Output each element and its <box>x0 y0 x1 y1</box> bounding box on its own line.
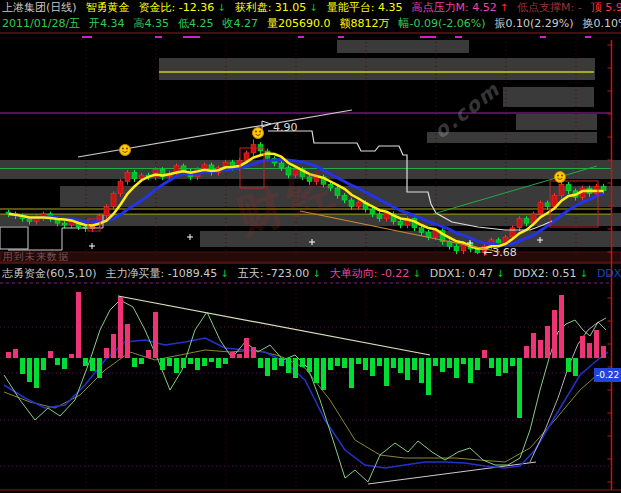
main-net-buy: 主力净买量: -1089.45 <box>106 267 218 280</box>
volume: 量205690.0 <box>267 17 331 30</box>
mask-blocks <box>0 40 621 247</box>
amount: 额8812万 <box>340 17 390 30</box>
trend-arrow-down: ↓ <box>412 268 420 279</box>
trend-arrow-down: ↓ <box>220 268 228 279</box>
low-price-label: ←3.68 <box>483 246 517 259</box>
five-day: 五天: -723.00 <box>238 267 310 280</box>
vertical-gridlines <box>86 42 576 488</box>
fund-flow-bars <box>6 292 606 418</box>
profit-ratio: 获利盘: 31.05 <box>235 1 307 14</box>
indicator-name: 智勇黄金 <box>86 1 130 14</box>
peak-price-label: 4.90 <box>273 121 298 134</box>
axis-value-badge: -0.22 <box>594 368 621 382</box>
volume-platform: 量能平台: 4.35 <box>327 1 403 14</box>
right-axis <box>608 40 612 490</box>
date: 2011/01/28/五 <box>2 17 80 30</box>
amplitude: 振0.10(2.29%) <box>495 17 574 30</box>
ddx2: DDX2: 0.51 <box>513 267 576 280</box>
ddx3: DDX3: 0.28 <box>597 267 621 280</box>
close: 收4.27 <box>223 17 259 30</box>
turnover: 换0.10% <box>583 17 621 30</box>
trend-arrow-down: ↓ <box>496 268 504 279</box>
sub-indicator-header: 志勇资金(60,5,10)主力净买量: -1089.45↓五天: -723.00… <box>2 266 621 281</box>
low-support: 低点支撑M: - <box>517 1 582 14</box>
maroon-band <box>0 252 621 262</box>
fund-ratio: 资金比: -12.36 <box>139 1 215 14</box>
header-row-1: 上港集团(日线)智勇黄金资金比: -12.36↓获利盘: 31.05↓量能平台:… <box>2 0 621 15</box>
big-order-trend: 大单动向: -0.22 <box>330 267 410 280</box>
trend-arrow-up: ↑ <box>500 2 508 13</box>
trend-arrow-down: ↓ <box>312 268 320 279</box>
header-row-2: 2011/01/28/五开4.34高4.35低4.25收4.27量205690.… <box>2 16 621 31</box>
trading-terminal: { "colors": { "gray":"#c8c8c8","yellow":… <box>0 0 621 493</box>
trend-arrow-down: ↓ <box>217 2 225 13</box>
high: 高4.35 <box>134 17 170 30</box>
open: 开4.34 <box>89 17 125 30</box>
peak-flag-icon <box>262 121 271 131</box>
top-price: 顶 5.90 <box>591 1 621 14</box>
high-pressure: 高点压力M: 4.52 <box>411 1 496 14</box>
main-chart-canvas[interactable] <box>0 0 621 493</box>
stock-title: 上港集团(日线) <box>2 1 77 14</box>
trend-arrow-down: ↓ <box>309 2 317 13</box>
white-marker-box <box>0 227 28 249</box>
trend-arrow-down: ↓ <box>580 268 588 279</box>
change: 幅-0.09(-2.06%) <box>399 17 486 30</box>
low: 低4.25 <box>178 17 214 30</box>
sub-indicator-name: 志勇资金(60,5,10) <box>2 267 97 280</box>
future-data-warning: 用到未来数据 <box>3 250 69 264</box>
ddx1: DDX1: 0.47 <box>430 267 493 280</box>
